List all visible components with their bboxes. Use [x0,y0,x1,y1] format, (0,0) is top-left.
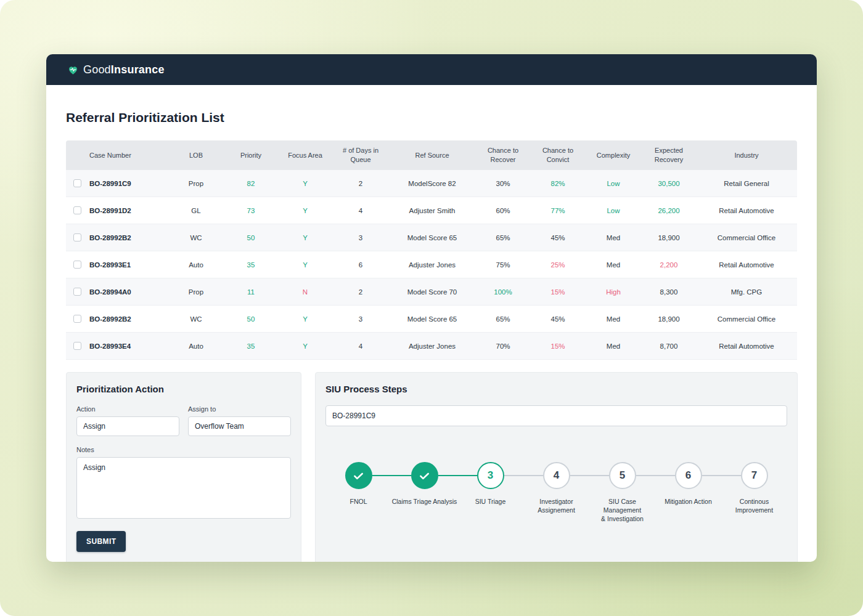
priority-cell: 82 [224,177,278,190]
industry-cell: Mfg. CPG [696,286,797,298]
chance-to-recover-cell: 65% [475,232,531,244]
days-in-queue-cell: 4 [332,340,389,352]
page-title: Referral Prioritization List [66,110,797,125]
step-circle: 1 [345,462,372,489]
case-number-cell: BO-28991D2 [88,205,168,217]
row-checkbox-cell [66,231,88,244]
complexity-cell: High [585,286,642,298]
col-header-lob: LOB [168,147,224,164]
chance-to-convict-cell: 15% [531,286,585,298]
row-checkbox[interactable] [73,179,81,187]
row-checkbox[interactable] [73,342,81,350]
complexity-cell: Med [585,259,642,271]
assign-to-input[interactable] [188,416,291,436]
complexity-cell: Low [585,205,642,217]
priority-cell: 50 [224,232,278,244]
assign-to-label: Assign to [188,405,291,413]
prioritization-action-panel: Prioritization Action Action Assign to N… [66,372,301,562]
row-checkbox[interactable] [73,233,81,241]
col-header-expected-recovery: Expected Recovery [642,142,696,168]
col-header-days-in-queue: # of Days in Queue [332,142,389,168]
action-field-row: Action Assign to [76,405,291,436]
focus-area-cell: Y [278,232,332,244]
lob-cell: Auto [168,259,224,271]
case-number-input[interactable] [325,405,787,426]
lob-cell: Auto [168,340,224,352]
focus-area-cell: Y [278,340,332,352]
notes-label: Notes [76,446,291,453]
process-step: 5 SIU Case Management & Investigation [589,462,655,524]
ref-source-cell: Adjuster Jones [389,340,475,352]
col-header-industry: Industry [696,147,797,164]
step-connector [702,475,741,476]
chance-to-convict-cell: 77% [531,205,585,217]
ref-source-cell: Model Score 65 [389,313,475,325]
days-in-queue-cell: 3 [332,232,389,244]
priority-cell: 50 [224,313,278,325]
table-row: BO-28991D2 GL 73 Y 4 Adjuster Smith 60% … [66,197,797,224]
expected-recovery-cell: 8,300 [642,286,696,298]
row-checkbox-cell [66,312,88,325]
row-checkbox[interactable] [73,315,81,323]
table-row: BO-28993E4 Auto 35 Y 4 Adjuster Jones 70… [66,333,797,360]
action-input[interactable] [76,416,179,436]
prioritization-action-title: Prioritization Action [76,384,291,394]
bottom-panels: Prioritization Action Action Assign to N… [66,372,797,562]
step-label: Mitigation Action [665,497,711,506]
brand-name: GoodInsurance [83,63,165,76]
table-row: BO-28992B2 WC 50 Y 3 Model Score 65 65% … [66,306,797,333]
case-number-cell: BO-28993E1 [88,259,168,271]
referral-table: Case Number LOB Priority Focus Area # of… [66,140,797,360]
step-circle: 6 [675,462,702,489]
step-label: Continous Improvement [735,497,773,514]
row-checkbox-cell [66,204,88,217]
col-header-priority: Priority [224,147,278,164]
submit-button[interactable]: SUBMIT [76,531,126,552]
page-content: Referral Prioritization List Case Number… [46,110,817,562]
app-header: GoodInsurance [46,54,817,85]
process-step: 4 Investigator Assignement [523,462,589,524]
complexity-cell: Med [585,232,642,244]
siu-process-panel: SIU Process Steps 1 FNOL 2 Claims Triage… [315,372,798,562]
expected-recovery-cell: 8,700 [642,340,696,352]
complexity-cell: Low [585,177,642,190]
table-header-row: Case Number LOB Priority Focus Area # of… [66,140,797,170]
process-step: 3 SIU Triage [457,462,523,524]
step-circle: 3 [477,462,504,489]
row-checkbox-cell [66,285,88,298]
case-number-cell: BO-28993E4 [88,340,168,352]
days-in-queue-cell: 2 [332,286,389,298]
process-stepper: 1 FNOL 2 Claims Triage Analysis 3 SIU Tr… [325,462,787,524]
chance-to-convict-cell: 82% [531,177,585,190]
notes-textarea[interactable]: Assign [76,457,291,519]
step-label: SIU Triage [475,497,506,506]
siu-process-title: SIU Process Steps [325,384,787,394]
col-header-focus-area: Focus Area [278,147,332,164]
priority-cell: 35 [224,340,278,352]
col-header-complexity: Complexity [585,147,642,164]
assign-to-field: Assign to [188,405,291,436]
lob-cell: GL [168,205,224,217]
process-step: 7 Continous Improvement [721,462,787,524]
process-step: 2 Claims Triage Analysis [391,462,457,524]
brand-name-bold: Insurance [111,63,165,76]
table-row: BO-28991C9 Prop 82 Y 2 ModelScore 82 30%… [66,170,797,197]
step-number: 7 [751,469,757,482]
row-checkbox[interactable] [73,288,81,296]
col-header-case-number: Case Number [88,147,168,164]
step-label: SIU Case Management & Investigation [589,497,655,524]
chance-to-convict-cell: 45% [531,232,585,244]
step-number: 3 [488,469,493,482]
row-checkbox[interactable] [73,261,81,269]
col-header-checkbox [66,152,88,159]
desktop-background: GoodInsurance Referral Prioritization Li… [0,0,863,616]
table-row: BO-28992B2 WC 50 Y 3 Model Score 65 65% … [66,224,797,251]
col-header-chance-to-recover: Chance to Recover [475,142,531,168]
chance-to-convict-cell: 15% [531,340,585,352]
step-circle: 2 [411,462,438,489]
action-field: Action [76,405,179,436]
ref-source-cell: Adjuster Jones [389,259,475,271]
chance-to-recover-cell: 30% [475,177,531,190]
priority-cell: 73 [224,205,278,217]
row-checkbox[interactable] [73,206,81,214]
